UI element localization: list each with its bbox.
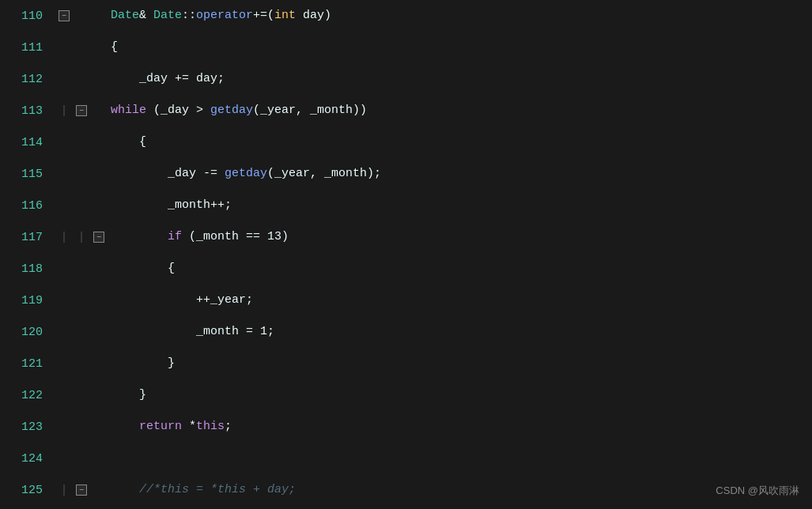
code-content: if (_month == 13): [108, 221, 812, 253]
fold-button[interactable]: −: [59, 10, 70, 21]
fold-col-c: −: [90, 232, 108, 243]
code-content: _month++;: [108, 190, 812, 221]
gutter: −: [55, 232, 108, 243]
line-number: 110: [0, 9, 55, 23]
line-number: 111: [0, 41, 55, 55]
code-content: }: [108, 379, 812, 411]
code-line: 118 {: [0, 253, 812, 285]
line-number: 112: [0, 73, 55, 86]
code-line: 117− if (_month == 13): [0, 221, 812, 253]
code-line: 123 return *this;: [0, 411, 812, 443]
line-number: 120: [0, 326, 55, 339]
fold-col-c: [90, 10, 108, 21]
fold-col-c: [90, 105, 108, 116]
fold-col-b: −: [73, 484, 90, 496]
line-number: 118: [0, 262, 55, 276]
code-content: {: [108, 126, 812, 158]
fold-col-a: −: [55, 10, 73, 21]
code-line: 111{: [0, 32, 812, 63]
watermark: CSDN @风吹雨淋: [716, 484, 799, 498]
code-line: 112 _day += day;: [0, 63, 812, 95]
code-line: 125− //*this = *this + day;: [0, 474, 812, 506]
fold-button[interactable]: −: [76, 105, 87, 116]
code-area: 110−Date& Date::operator+=(int day)111{1…: [0, 0, 812, 509]
fold-col-b: [73, 232, 90, 243]
line-number: 125: [0, 484, 55, 497]
code-content: {: [108, 32, 812, 63]
code-content: //return *this;: [108, 506, 812, 509]
code-content: //*this = *this + day;: [108, 474, 812, 506]
fold-col-a: [55, 232, 73, 243]
line-number: 114: [0, 136, 55, 149]
code-line: 122 }: [0, 379, 812, 411]
code-content: {: [108, 253, 812, 285]
code-editor: 110−Date& Date::operator+=(int day)111{1…: [0, 0, 812, 509]
code-line: 114 {: [0, 126, 812, 158]
line-number: 123: [0, 420, 55, 434]
code-line: 120 _month = 1;: [0, 316, 812, 348]
code-line: 121 }: [0, 348, 812, 379]
fold-col-a: [55, 105, 73, 116]
line-number: 113: [0, 104, 55, 118]
code-line: 115 _day -= getday(_year, _month);: [0, 158, 812, 190]
line-number: 116: [0, 199, 55, 213]
gutter: −: [55, 105, 108, 116]
code-line: 110−Date& Date::operator+=(int day): [0, 0, 812, 32]
code-content: ++_year;: [108, 285, 812, 316]
code-content: return *this;: [108, 411, 812, 443]
fold-button[interactable]: −: [76, 484, 87, 496]
code-line: 124: [0, 443, 812, 474]
line-number: 117: [0, 231, 55, 244]
code-content: }: [108, 348, 812, 379]
code-content: _day -= getday(_year, _month);: [108, 158, 812, 190]
fold-button[interactable]: −: [93, 232, 104, 243]
line-number: 115: [0, 168, 55, 181]
code-content: _month = 1;: [108, 316, 812, 348]
code-content: _day += day;: [108, 63, 812, 95]
code-line: 119 ++_year;: [0, 285, 812, 316]
line-number: 119: [0, 294, 55, 307]
fold-col-a: [55, 484, 73, 496]
line-number: 122: [0, 389, 55, 402]
line-number: 121: [0, 357, 55, 371]
line-number: 124: [0, 452, 55, 466]
code-line: 113−while (_day > getday(_year, _month)): [0, 95, 812, 126]
code-line: 116 _month++;: [0, 190, 812, 221]
code-line: 126 //return *this;: [0, 506, 812, 509]
gutter: −: [55, 10, 108, 21]
fold-col-c: [90, 484, 108, 496]
fold-col-b: −: [73, 105, 90, 116]
code-content: while (_day > getday(_year, _month)): [108, 95, 812, 126]
fold-col-b: [73, 10, 90, 21]
gutter: −: [55, 484, 108, 496]
code-content: Date& Date::operator+=(int day): [108, 0, 812, 32]
